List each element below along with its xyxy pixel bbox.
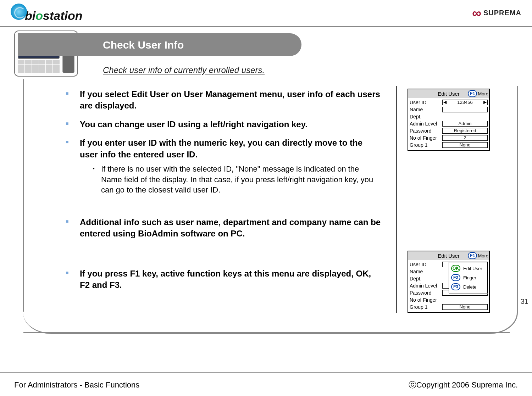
bullet-text: You can change user ID using a left/righ…	[80, 119, 307, 129]
function-key-popup: OK Edit User F2 Finger F3 Delete	[449, 262, 488, 293]
bullet: If you press F1 key, active function key…	[59, 268, 382, 291]
panel-title-text: Edit User	[408, 91, 489, 97]
field-label: User ID	[410, 262, 442, 267]
field-label: Dept.	[410, 276, 442, 281]
field-label: Password	[410, 290, 442, 296]
device-keypad-icon	[18, 60, 60, 73]
field-label: Name	[410, 269, 442, 274]
brand-part: station	[43, 9, 82, 22]
page-number: 31	[517, 297, 528, 306]
menu-item-ok: OK Edit User	[450, 264, 486, 273]
field-label: Group 1	[410, 142, 442, 148]
bullet: If you enter user ID with the numeric ke…	[59, 137, 382, 195]
lcd-panel-edit-user: Edit User F1 More User ID ◀ 123456 ▶ Na	[408, 89, 490, 151]
field-value: 2	[442, 135, 488, 141]
page-header: biostation ∞ SUPREMA	[0, 0, 532, 25]
footer-right: ⓒCopyright 2006 Suprema Inc.	[409, 380, 518, 390]
content-left: If you select Edit User on User Manageme…	[59, 86, 382, 313]
field-label: No of Finger	[410, 135, 442, 141]
field-value-text: 123456	[457, 100, 472, 105]
field-label: Name	[410, 107, 442, 112]
field-label: No of Finger	[410, 297, 442, 303]
footer-left: For Administrators - Basic Functions	[14, 380, 139, 390]
infinity-icon: ∞	[472, 7, 481, 19]
lcd-panel-edit-user-menu: Edit User F1 More User ID Name Dept. Adm…	[408, 251, 490, 313]
menu-item-label: Delete	[463, 284, 477, 290]
field-value: ◀ 123456 ▶	[442, 100, 488, 105]
page-subtitle: Check user info of currently enrolled us…	[103, 65, 525, 75]
field-label: Dept.	[410, 114, 442, 119]
field-label: Password	[410, 128, 442, 134]
bullet: If you select Edit User on User Manageme…	[59, 89, 382, 112]
page-title-text: Check User Info	[103, 39, 184, 51]
bullet-text: Additional info such as user name, depar…	[80, 217, 381, 238]
page-body: biostation Check User Info Check user in…	[0, 27, 532, 334]
sub-bullet-text: If there is no user with the selected ID…	[101, 164, 373, 194]
field-label: Admin Level	[410, 121, 442, 127]
swirl-icon	[11, 4, 27, 20]
brand-suprema-text: SUPREMA	[483, 9, 521, 17]
ok-key-icon: OK	[451, 265, 460, 272]
brand-suprema: ∞ SUPREMA	[472, 7, 521, 19]
f2-key-icon: F2	[451, 274, 460, 281]
field-label: Group 1	[410, 304, 442, 310]
content-right: Edit User F1 More User ID ◀ 123456 ▶ Na	[396, 86, 495, 313]
brand-biostation-text: biostation	[25, 9, 82, 23]
bullet-text: If you press F1 key, active function key…	[80, 269, 371, 290]
page-footer: For Administrators - Basic Functions ⓒCo…	[0, 372, 532, 396]
panel-title-text: Edit User	[408, 253, 489, 259]
arrow-left-icon: ◀	[443, 100, 447, 105]
menu-item-label: Finger	[463, 275, 476, 280]
brand-part: o	[35, 9, 43, 22]
brand-biostation: biostation	[11, 4, 82, 23]
bullet: Additional info such as user name, depar…	[59, 217, 382, 240]
field-value	[442, 107, 488, 112]
arrow-right-icon: ▶	[483, 100, 487, 105]
menu-item-f3: F3 Delete	[450, 282, 486, 291]
field-value	[442, 114, 488, 119]
content-frame: If you select Edit User on User Manageme…	[23, 86, 518, 334]
field-value: Registered	[442, 128, 488, 134]
field-value: None	[442, 304, 488, 310]
field-value	[442, 297, 488, 303]
field-value: Admin	[442, 121, 488, 127]
field-value: None	[442, 142, 488, 148]
menu-item-f2: F2 Finger	[450, 273, 486, 282]
f3-key-icon: F3	[451, 283, 460, 290]
field-label: Admin Level	[410, 283, 442, 289]
field-label: User ID	[410, 100, 442, 105]
bullet: You can change user ID using a left/righ…	[59, 119, 382, 130]
sub-bullet: If there is no user with the selected ID…	[80, 164, 382, 195]
bullet-text: If you enter user ID with the numeric ke…	[80, 138, 362, 159]
bullet-text: If you select Edit User on User Manageme…	[80, 89, 380, 110]
page-title: Check User Info	[18, 33, 301, 56]
menu-item-label: Edit User	[463, 266, 482, 271]
